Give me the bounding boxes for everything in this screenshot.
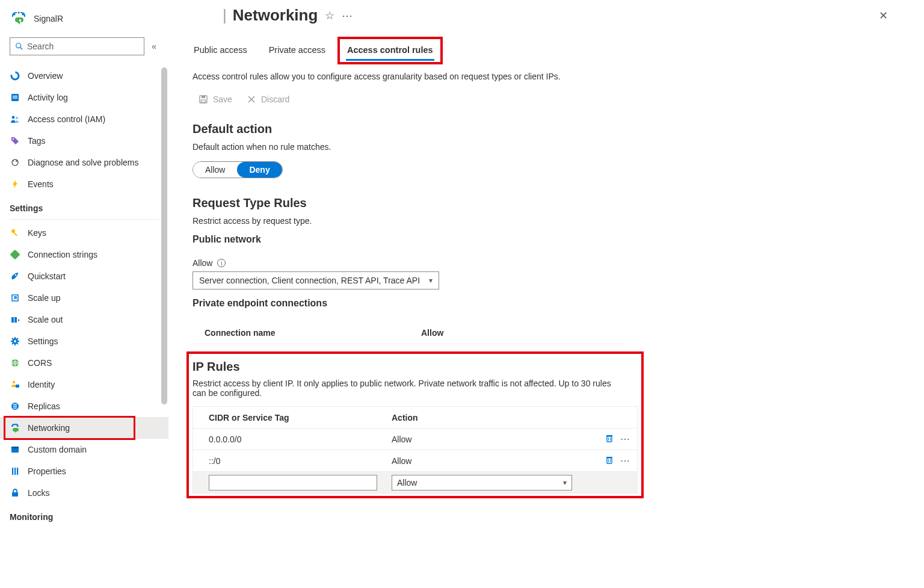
new-cidr-input[interactable] <box>209 475 377 491</box>
info-icon[interactable]: i <box>217 259 226 267</box>
identity-icon <box>10 379 20 390</box>
svg-point-11 <box>16 117 18 119</box>
save-button[interactable]: Save <box>199 94 232 104</box>
sidebar-item-scale-up[interactable]: Scale up <box>0 287 168 309</box>
sidebar-item-scale-out[interactable]: Scale out <box>0 309 168 330</box>
svg-rect-40 <box>202 100 206 102</box>
sidebar-item-label: Quickstart <box>28 271 66 281</box>
discard-button[interactable]: Discard <box>247 94 289 104</box>
toggle-deny[interactable]: Deny <box>237 162 282 178</box>
save-label: Save <box>213 94 232 104</box>
sidebar-item-label: Tags <box>28 136 46 146</box>
resource-name: SignalR <box>34 14 63 23</box>
ip-table-header: CIDR or Service Tag Action <box>193 407 637 429</box>
toolbar: Save Discard <box>192 81 900 104</box>
ip-rule-new-row: Allow ▾ <box>193 472 637 494</box>
properties-icon <box>10 466 20 477</box>
ip-rules-table: CIDR or Service Tag Action 0.0.0.0/0 All… <box>192 406 638 494</box>
pe-table: Connection name Allow <box>192 322 626 344</box>
row-more-icon[interactable]: ⋯ <box>620 433 631 445</box>
close-icon[interactable]: ✕ <box>879 9 888 22</box>
overview-icon <box>10 70 20 81</box>
sidebar-item-label: Locks <box>28 488 50 498</box>
locks-icon <box>10 487 20 498</box>
tab-description: Access control rules allow you to config… <box>192 61 650 81</box>
svg-point-12 <box>13 138 14 140</box>
favorite-icon[interactable]: ☆ <box>325 9 334 22</box>
activity-log-icon <box>10 92 20 103</box>
svg-point-18 <box>15 274 17 276</box>
sidebar-item-diagnose[interactable]: Diagnose and solve problems <box>0 152 168 173</box>
allow-dropdown[interactable]: Server connection, Client connection, RE… <box>192 271 439 289</box>
sidebar-item-label: Scale up <box>28 293 60 303</box>
main-content: | Networking ☆ ⋯ ✕ Public access Private… <box>180 0 924 588</box>
svg-line-5 <box>20 48 23 50</box>
tags-icon <box>10 135 20 146</box>
request-rules-sub: Restrict access by request type. <box>192 212 900 226</box>
allow-label-row: Allow i <box>192 247 900 268</box>
sidebar-section-settings: Settings <box>0 195 168 217</box>
custom-domain-icon <box>10 444 20 455</box>
tab-private-access[interactable]: Private access <box>268 42 327 61</box>
sidebar-item-activity-log[interactable]: Activity log <box>0 87 168 108</box>
svg-point-31 <box>17 425 18 426</box>
ip-col-cidr: CIDR or Service Tag <box>193 413 392 422</box>
sidebar-item-keys[interactable]: Keys <box>0 222 168 244</box>
svg-rect-37 <box>12 492 18 497</box>
svg-rect-44 <box>606 435 612 436</box>
sidebar-item-label: Connection strings <box>28 250 97 259</box>
sidebar-item-properties[interactable]: Properties <box>0 460 168 482</box>
sidebar-item-label: Activity log <box>28 93 68 102</box>
sidebar-item-custom-domain[interactable]: Custom domain <box>0 439 168 460</box>
sidebar-item-identity[interactable]: Identity <box>0 374 168 395</box>
request-rules-heading: Request Type Rules <box>192 178 900 212</box>
page-title: Networking <box>233 6 318 25</box>
sidebar-item-label: Events <box>28 179 54 189</box>
delete-icon[interactable] <box>605 455 614 466</box>
default-action-toggle[interactable]: Allow Deny <box>192 161 283 178</box>
svg-rect-33 <box>11 447 19 448</box>
sidebar-search[interactable] <box>10 37 144 55</box>
sidebar-item-label: Properties <box>28 466 66 476</box>
sidebar-item-events[interactable]: Events <box>0 173 168 195</box>
sidebar-item-replicas[interactable]: Replicas <box>0 395 168 417</box>
connection-icon <box>10 249 20 260</box>
row-more-icon[interactable]: ⋯ <box>620 455 631 466</box>
sidebar-item-access-control[interactable]: Access control (IAM) <box>0 108 168 130</box>
sidebar-item-connection-strings[interactable]: Connection strings <box>0 244 168 265</box>
sidebar-item-label: Networking <box>28 423 70 433</box>
sidebar-item-label: Settings <box>28 336 58 346</box>
svg-rect-39 <box>202 96 205 98</box>
pe-col-allow: Allow <box>421 328 541 338</box>
sidebar-search-input[interactable] <box>27 42 139 51</box>
svg-point-29 <box>12 425 13 426</box>
pe-col-connection: Connection name <box>205 328 421 338</box>
sidebar-item-tags[interactable]: Tags <box>0 130 168 152</box>
sidebar-item-label: Keys <box>28 228 46 238</box>
svg-point-0 <box>13 13 15 15</box>
new-action-select[interactable]: Allow ▾ <box>392 475 572 491</box>
more-icon[interactable]: ⋯ <box>342 9 353 22</box>
svg-point-4 <box>16 43 21 48</box>
delete-icon[interactable] <box>605 433 614 445</box>
collapse-sidebar-icon[interactable]: « <box>149 39 159 54</box>
svg-rect-8 <box>13 96 17 97</box>
sidebar-item-overview[interactable]: Overview <box>0 65 168 87</box>
sidebar-item-cors[interactable]: CORS <box>0 352 168 374</box>
sidebar-item-label: CORS <box>28 358 52 368</box>
sidebar-item-quickstart[interactable]: Quickstart <box>0 265 168 287</box>
sidebar-item-label: Overview <box>28 71 63 81</box>
new-action-value: Allow <box>397 478 417 487</box>
sidebar-item-settings[interactable]: Settings <box>0 330 168 352</box>
toggle-allow[interactable]: Allow <box>193 162 237 178</box>
sidebar-item-locks[interactable]: Locks <box>0 482 168 504</box>
sidebar-section-monitoring: Monitoring <box>0 504 168 525</box>
tab-access-control-rules[interactable]: Access control rules <box>346 42 434 61</box>
ip-rules-heading: IP Rules <box>192 356 638 376</box>
sidebar-item-label: Identity <box>28 380 55 389</box>
tab-public-access[interactable]: Public access <box>192 42 248 61</box>
scale-out-icon <box>10 314 20 325</box>
sidebar-item-networking[interactable]: Networking <box>0 417 168 439</box>
default-action-sub: Default action when no rule matches. <box>192 138 900 152</box>
sidebar-scrollbar[interactable] <box>160 65 168 588</box>
